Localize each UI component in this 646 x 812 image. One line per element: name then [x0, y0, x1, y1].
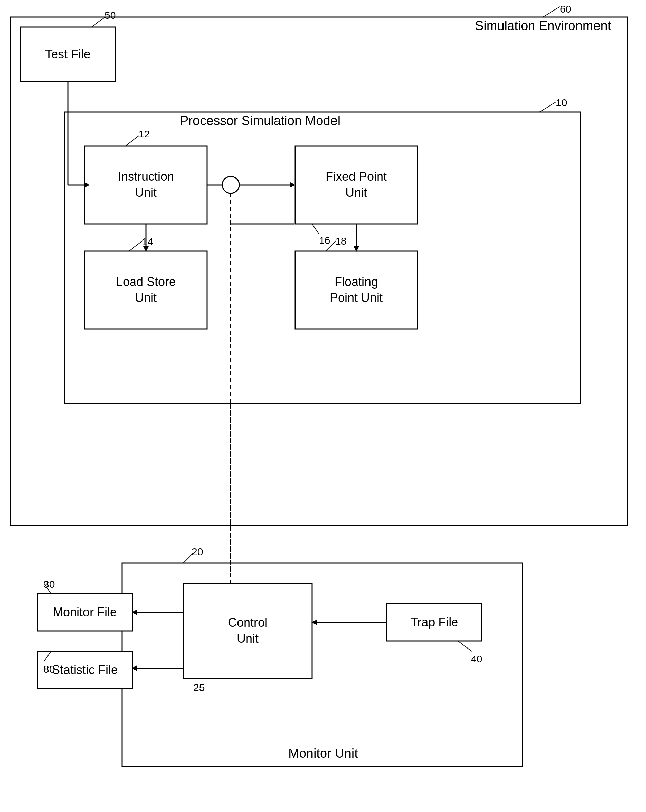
monitor-file-box: Monitor File: [37, 594, 132, 631]
fixed-point-unit-box: Fixed Point Unit: [295, 146, 417, 224]
ref-18: 18: [335, 235, 347, 247]
trap-file-box: Trap File: [387, 604, 482, 641]
instruction-unit-box: Instruction Unit: [85, 146, 207, 224]
test-file-box: Test File: [20, 27, 115, 81]
proc-sim-label: Processor Simulation Model: [180, 114, 340, 128]
diagram-container: Test File Simulation Environment 60 50 P…: [0, 0, 646, 812]
floating-point-unit-box: Floating Point Unit: [295, 251, 417, 329]
floating-point-unit-label: Floating Point Unit: [330, 274, 383, 306]
svg-rect-24: [122, 563, 522, 766]
control-unit-label: Control Unit: [228, 615, 267, 647]
monitor-file-label: Monitor File: [53, 604, 117, 620]
svg-marker-13: [290, 182, 295, 188]
fixed-point-unit-label: Fixed Point Unit: [326, 169, 387, 201]
svg-marker-30: [131, 609, 137, 615]
svg-marker-32: [131, 665, 137, 671]
control-unit-box: Control Unit: [183, 583, 312, 678]
svg-line-37: [539, 102, 556, 112]
test-file-label: Test File: [45, 46, 90, 63]
load-store-unit-label: Load Store Unit: [116, 274, 176, 306]
statistic-file-label: Statistic File: [52, 662, 118, 678]
svg-line-39: [129, 241, 142, 251]
svg-line-36: [543, 7, 560, 17]
ref-16: 16: [319, 235, 330, 246]
sim-env-label: Simulation Environment: [475, 19, 611, 33]
load-store-unit-box: Load Store Unit: [85, 251, 207, 329]
ref-60: 60: [560, 3, 571, 15]
monitor-unit-label: Monitor Unit: [289, 746, 358, 761]
svg-line-40: [312, 224, 319, 234]
svg-point-7: [222, 176, 239, 193]
ref-14: 14: [142, 236, 153, 247]
ref-10: 10: [556, 97, 567, 108]
ref-12: 12: [139, 128, 150, 140]
ref-40: 40: [471, 653, 482, 665]
trap-file-label: Trap File: [411, 615, 458, 630]
ref-80: 80: [43, 664, 55, 675]
instruction-unit-label: Instruction Unit: [118, 169, 174, 201]
svg-line-44: [458, 641, 472, 651]
ref-30: 30: [43, 578, 55, 590]
ref-25: 25: [193, 682, 205, 693]
svg-line-38: [125, 136, 139, 146]
ref-50: 50: [104, 9, 116, 21]
svg-marker-34: [312, 620, 317, 625]
svg-line-35: [92, 17, 105, 27]
ref-20: 20: [192, 546, 203, 558]
